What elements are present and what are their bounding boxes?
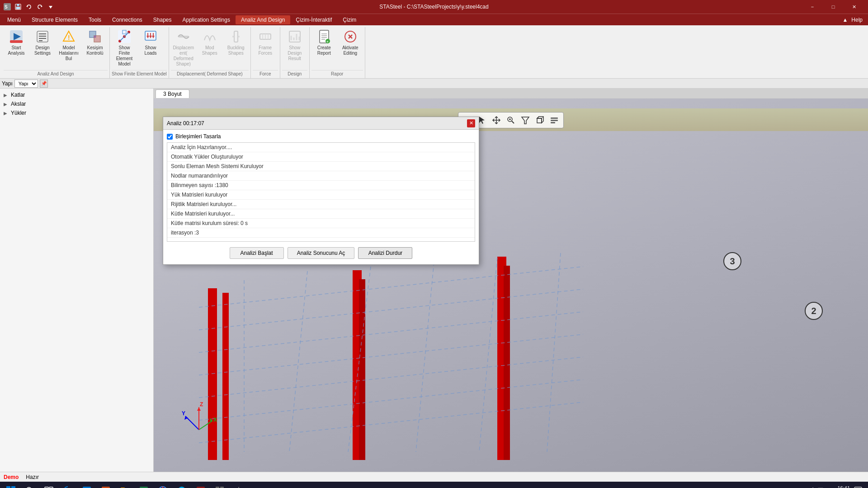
undo-icon[interactable] [25, 3, 33, 10]
menu-menu[interactable]: Menü [2, 15, 26, 24]
save-icon[interactable] [14, 3, 22, 10]
chrome-taskbar-btn[interactable] [154, 483, 172, 488]
scene-number-3: 3 [723, 252, 741, 270]
show-loads-ribbon-btn[interactable]: ShowLoads [138, 27, 163, 58]
menu-cizim[interactable]: Çizim [337, 15, 362, 24]
filter-tool-btn[interactable] [519, 114, 532, 127]
birlesim-checkbox[interactable] [167, 134, 173, 140]
menu-analiz-and-design[interactable]: Analiz And Design [236, 15, 290, 24]
ribbon: StartAnalysis DesignSettings ! ModelHata… [0, 25, 868, 79]
svg-line-74 [199, 312, 583, 352]
yukler-arrow: ▶ [4, 111, 9, 116]
design-settings-ribbon-btn[interactable]: DesignSettings [30, 27, 55, 58]
design-settings-label: DesignSettings [34, 45, 51, 56]
grid-taskbar-btn[interactable] [211, 483, 229, 488]
quick-access-icon[interactable] [47, 3, 54, 10]
design-settings-icon [35, 29, 50, 44]
analiz-sonucunu-ac-button[interactable]: Analiz Sonucunu Aç [288, 247, 355, 259]
ribbon-group-rapor: + CreateReport AktivateEditing Rapor [310, 27, 365, 78]
displacement-ribbon-btn: Displacement(Deformed Shape) [171, 27, 196, 68]
ribbon-group-design: Show DesignResult Design [280, 27, 310, 78]
search-taskbar-btn[interactable] [21, 483, 39, 488]
minimize-button[interactable]: − [802, 0, 823, 14]
tree-item-katlar[interactable]: ▶ Katlar [2, 90, 151, 99]
svg-rect-95 [11, 486, 15, 488]
show-fem-ribbon-btn[interactable]: Show FiniteElement Model [112, 27, 137, 68]
svg-line-75 [199, 334, 583, 375]
analizi-baslat-button[interactable]: Analizi Başlat [230, 247, 284, 259]
maximize-button[interactable]: □ [823, 0, 844, 14]
ribbon-group-items-displacement: Displacement(Deformed Shape) ModShapes B… [171, 27, 249, 68]
view-cube-btn[interactable] [533, 114, 546, 127]
taskbar-time-display: 16:41 9.12.2016 [828, 485, 850, 488]
dialog-body: Birleşimleri Tasarla Analiz İçin Hazırla… [163, 130, 479, 264]
skype-taskbar-btn[interactable]: S [173, 483, 191, 488]
zoom-tool-btn[interactable] [505, 114, 517, 127]
menubar: Menü Structure Elements Tools Connection… [0, 14, 868, 25]
close-button[interactable]: ✕ [844, 0, 864, 14]
menu-shapes[interactable]: Shapes [148, 15, 177, 24]
menu-connections[interactable]: Connections [107, 15, 148, 24]
sta-taskbar-btn[interactable]: ST [192, 483, 210, 488]
start-analysis-label: StartAnalysis [8, 45, 24, 56]
tab-3boyut[interactable]: 3 Boyut [156, 89, 189, 98]
mod-shapes-ribbon-btn: ModShapes [197, 27, 222, 58]
tree-item-akslar[interactable]: ▶ Akslar [2, 99, 151, 108]
dialog: Analiz 00:17:07 ✕ Birleşimleri Tasarla A… [163, 117, 479, 265]
create-report-ribbon-btn[interactable]: + CreateReport [311, 27, 337, 58]
statusbar: Demo Hazır [0, 472, 868, 482]
ribbon-group-displacement: Displacement(Deformed Shape) ModShapes B… [169, 27, 251, 78]
log-entry-8: Kütle matrisi kurulum süresi: 0 s [167, 219, 475, 228]
powerpoint-taskbar-btn[interactable]: P [97, 483, 115, 488]
menu-tools[interactable]: Tools [83, 15, 107, 24]
menu-application-settings[interactable]: Application Settings [177, 15, 236, 24]
log-entry-0: Analiz İçin Hazırlanıyor.... [167, 143, 475, 152]
redo-icon[interactable] [36, 3, 43, 10]
start-analysis-icon [9, 29, 24, 44]
notification-panel-icon[interactable] [854, 486, 863, 488]
settings-tool-btn[interactable] [548, 114, 561, 127]
kesisim-kontrolu-ribbon-btn[interactable]: KesişimKontrolü [82, 27, 108, 58]
help-menu[interactable]: Help [851, 17, 863, 23]
store-taskbar-btn[interactable]: W [78, 483, 96, 488]
menubar-right: ▲ Help [842, 17, 866, 23]
svg-line-73 [199, 289, 583, 330]
akslar-label: Akslar [11, 101, 26, 107]
rocket-taskbar-btn[interactable] [230, 483, 248, 488]
yapi-dropdown[interactable]: Yapı [14, 80, 38, 88]
task-view-btn[interactable] [40, 483, 58, 488]
svg-text:!: ! [68, 34, 70, 41]
svg-line-76 [199, 357, 583, 398]
displacement-icon [176, 29, 191, 44]
file-explorer-taskbar-btn[interactable] [116, 483, 134, 488]
frame-forces-icon [258, 29, 273, 44]
excel-taskbar-btn[interactable]: X [135, 483, 153, 488]
buckling-shapes-label: BucklingShapes [227, 45, 245, 56]
activate-editing-ribbon-btn[interactable]: AktivateEditing [338, 27, 363, 58]
analizi-durdur-button[interactable]: Analizi Durdur [358, 247, 412, 259]
tree-item-yukler[interactable]: ▶ Yükler [2, 108, 151, 117]
svg-text:Y: Y [182, 410, 185, 417]
tab-bar: 3 Boyut [154, 89, 868, 99]
svg-line-84 [547, 253, 561, 452]
start-button[interactable] [2, 483, 20, 488]
mod-shapes-label: ModShapes [202, 45, 217, 56]
ribbon-group-label-rapor: Rapor [311, 70, 363, 78]
svg-line-88 [199, 421, 212, 430]
ribbon-collapse-icon[interactable]: ▲ [842, 17, 848, 23]
svg-line-82 [416, 262, 434, 452]
log-entry-6: Rijitlik Matrisleri kuruluyor... [167, 200, 475, 209]
dialog-close-button[interactable]: ✕ [467, 119, 475, 127]
menu-cizim-interaktif[interactable]: Çizim-İnteraktif [290, 15, 337, 24]
svg-marker-92 [197, 407, 201, 411]
edge-taskbar-btn[interactable] [59, 483, 77, 488]
menu-structure-elements[interactable]: Structure Elements [26, 15, 83, 24]
svg-line-80 [289, 271, 307, 452]
pan-tool-btn[interactable] [490, 114, 503, 127]
svg-line-77 [199, 380, 583, 420]
pin-button[interactable]: 📌 [40, 80, 48, 88]
dialog-log-area[interactable]: Analiz İçin Hazırlanıyor.... Otomatik Yü… [167, 142, 475, 242]
model-errors-ribbon-btn[interactable]: ! ModelHatalarını Bul [56, 27, 81, 63]
start-analysis-ribbon-btn[interactable]: StartAnalysis [4, 27, 29, 58]
log-entry-3: Nodlar numarandırılıyor [167, 171, 475, 181]
